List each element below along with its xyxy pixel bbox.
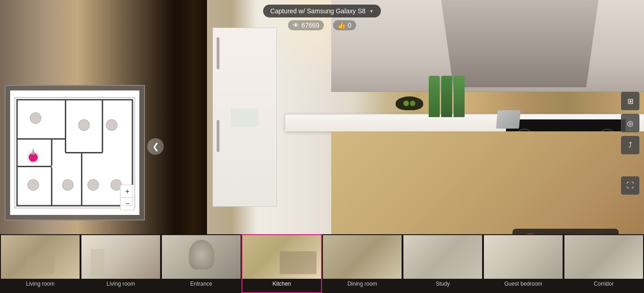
svg-point-15 — [62, 180, 73, 191]
top-bar: Captured w/ Samsung Galaxy S8 ▼ 👁 67669 … — [0, 0, 644, 41]
thumbnail-study[interactable]: Study — [402, 234, 483, 293]
thumbnail-corridor[interactable]: Corridor — [564, 234, 644, 293]
svg-point-12 — [106, 119, 117, 130]
thumbnail-image — [323, 235, 402, 279]
thumbnail-label: Dining room — [323, 279, 402, 288]
stats-bar: 👁 67669 👍 0 — [288, 20, 356, 30]
grid-icon: ⊞ — [627, 97, 633, 106]
thumbnail-strip: Living room Living room Entrance Kitchen… — [0, 234, 644, 293]
right-controls: ⊞ ◎ ⤴ ⛶ — [621, 92, 639, 195]
thumbnail-image — [242, 235, 321, 279]
zoom-out-button[interactable]: − — [120, 197, 135, 210]
like-icon: 👍 — [338, 22, 345, 29]
zoom-controls: + − — [120, 185, 135, 210]
thumbnail-label: Corridor — [564, 279, 643, 288]
grid-view-button[interactable]: ⊞ — [621, 92, 639, 110]
views-stat: 👁 67669 — [288, 20, 324, 30]
camera-label: Captured w/ Samsung Galaxy S8 — [270, 7, 366, 15]
zoom-in-button[interactable]: + — [120, 185, 135, 197]
thumbnail-image — [81, 235, 160, 279]
thumbnail-label: Study — [403, 279, 482, 288]
svg-point-11 — [79, 119, 90, 130]
svg-point-10 — [30, 113, 41, 124]
location-icon: ◎ — [627, 119, 633, 128]
nav-arrow-left[interactable]: ❮ — [147, 138, 164, 155]
thumbnail-label: Living room — [1, 279, 80, 288]
thumbnail-label: Guest bedroom — [484, 279, 563, 288]
likes-count: 0 — [348, 22, 351, 29]
thumbnail-image — [162, 235, 241, 279]
floor-plan-image: + − — [10, 90, 139, 215]
views-count: 67669 — [301, 22, 319, 29]
fullscreen-icon: ⛶ — [627, 181, 634, 190]
thumbnail-image — [1, 235, 80, 279]
thumbnail-living-room-2[interactable]: Living room — [80, 234, 161, 293]
camera-info[interactable]: Captured w/ Samsung Galaxy S8 ▼ — [263, 5, 381, 17]
share-icon: ⤴ — [628, 141, 632, 149]
thumbnail-image — [484, 235, 563, 279]
thumbnail-label: Kitchen — [242, 279, 321, 288]
thumbnail-living-room-1[interactable]: Living room — [0, 234, 80, 293]
thumbnail-image — [403, 235, 482, 279]
fullscreen-button[interactable]: ⛶ — [621, 176, 639, 195]
left-arrow-icon: ❮ — [152, 141, 159, 152]
eye-icon: 👁 — [293, 22, 299, 29]
thumbnail-label: Living room — [81, 279, 160, 288]
likes-stat: 👍 0 — [333, 20, 356, 30]
svg-point-13 — [28, 180, 39, 191]
thumbnail-image — [564, 235, 643, 279]
share-button[interactable]: ⤴ — [621, 136, 639, 154]
thumbnail-guest-bedroom[interactable]: Guest bedroom — [483, 234, 564, 293]
dropdown-chevron-icon: ▼ — [369, 9, 374, 14]
location-button[interactable]: ◎ — [621, 114, 639, 132]
floor-plan-overlay: + − — [5, 85, 145, 220]
svg-point-16 — [88, 180, 99, 191]
thumbnail-label: Entrance — [162, 279, 241, 288]
thumbnail-kitchen[interactable]: Kitchen — [242, 234, 322, 293]
thumbnail-entrance[interactable]: Entrance — [161, 234, 242, 293]
thumbnail-dining-room[interactable]: Dining room — [322, 234, 402, 293]
